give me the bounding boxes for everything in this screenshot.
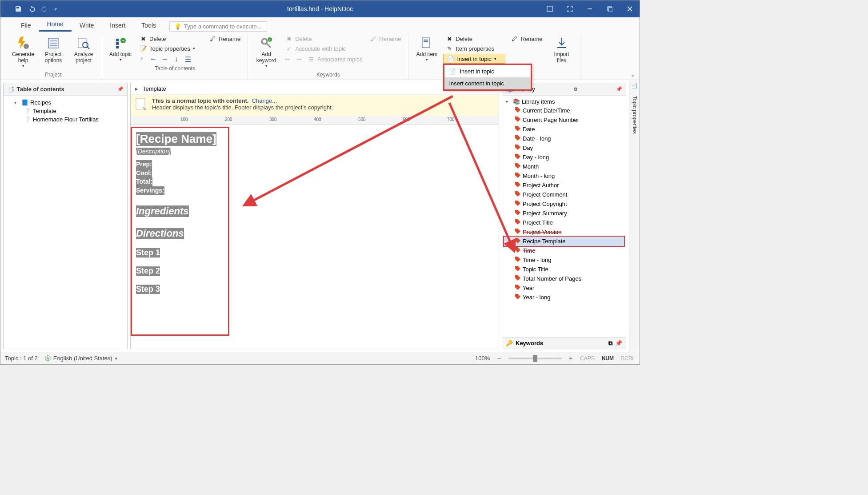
keyword-associate-button: ✓Associate with topic: [283, 44, 364, 53]
tab-write[interactable]: Write: [72, 19, 102, 32]
toc-move-down[interactable]: ↓: [172, 55, 181, 64]
tab-insert[interactable]: Insert: [102, 19, 133, 32]
toc-rename-button[interactable]: 🖊Rename: [206, 34, 243, 43]
toc-topic-properties-button[interactable]: 📝Topic properties ▾: [137, 44, 204, 53]
library-item[interactable]: Topic Title: [504, 265, 624, 274]
fullscreen-icon[interactable]: [560, 0, 580, 17]
command-search[interactable]: 💡 Type a command to execute...: [169, 21, 267, 32]
status-topic-count: Topic : 1 of 2: [5, 355, 38, 362]
redo-icon[interactable]: [41, 5, 48, 12]
toc-move-left[interactable]: ←: [148, 55, 158, 64]
keyword-rename-button: 🖊Rename: [367, 34, 404, 43]
banner-subtext: Header displays the topic's title. Foote…: [152, 104, 333, 111]
pin-icon[interactable]: 📌: [117, 86, 124, 92]
ruler[interactable]: 100200300400500600700: [131, 115, 499, 125]
toc-move-up[interactable]: ↑: [137, 55, 147, 64]
library-item[interactable]: Time: [504, 246, 624, 255]
generate-help-button[interactable]: Generate help▾: [9, 34, 37, 70]
library-item[interactable]: Project Summary: [504, 209, 624, 218]
pin-icon[interactable]: 📌: [616, 86, 622, 92]
toc-panel: 📑 Table of contents 📌 ▾📘Recipes ❔Templat…: [3, 83, 128, 349]
breadcrumb[interactable]: Template: [143, 85, 166, 92]
tag-icon: [515, 247, 521, 254]
toc-root[interactable]: ▾📘Recipes: [6, 98, 124, 107]
add-keyword-button[interactable]: + Add keyword▾: [252, 34, 280, 70]
save-icon[interactable]: [15, 5, 22, 12]
breadcrumb-caret-icon[interactable]: ▸: [135, 85, 138, 92]
num-indicator: NUM: [602, 355, 614, 362]
insert-in-topic-button[interactable]: 📄 Insert in topic ▾: [443, 54, 505, 64]
library-item[interactable]: Year - long: [504, 293, 624, 302]
svg-rect-1: [547, 6, 552, 12]
tag-icon: [515, 256, 521, 264]
library-item[interactable]: Year: [504, 283, 624, 293]
svg-rect-10: [78, 39, 86, 48]
status-language[interactable]: English (United States): [53, 355, 112, 362]
command-search-placeholder: Type a command to execute...: [184, 23, 261, 30]
library-item[interactable]: Project Author: [504, 181, 624, 190]
pencil-icon: ✎: [446, 45, 453, 52]
editor-page[interactable]: [Recipe Name] [Description] Prep: Cool: …: [131, 125, 499, 349]
library-item[interactable]: Date - long: [504, 134, 624, 143]
side-tab-icon[interactable]: 📑: [631, 83, 638, 89]
library-item[interactable]: Time - long: [504, 255, 624, 265]
toc-item-tortillas[interactable]: ❔Homemade Flour Tortillas: [6, 115, 124, 124]
restore-icon[interactable]: ⧉: [608, 340, 612, 347]
info-banner: This is a normal topic with content. Cha…: [131, 95, 499, 115]
library-root[interactable]: ▾📚Library items: [504, 97, 624, 106]
zoom-in-button[interactable]: +: [569, 354, 573, 362]
library-item[interactable]: Month: [504, 162, 624, 171]
project-options-button[interactable]: Project options: [40, 34, 67, 65]
side-tab-topic-properties[interactable]: Topic properties: [632, 93, 638, 137]
library-item[interactable]: Day - long: [504, 153, 624, 162]
zoom-out-button[interactable]: −: [497, 354, 501, 362]
library-item-properties-button[interactable]: ✎Item properties: [443, 44, 505, 53]
menu-insert-in-topic[interactable]: 📄Insert in topic: [444, 65, 531, 77]
svg-rect-13: [116, 39, 119, 41]
toc-delete-button[interactable]: ✖Delete: [137, 34, 204, 43]
add-topic-button[interactable]: + Add topic▾: [107, 34, 134, 64]
tab-home[interactable]: Home: [39, 18, 72, 32]
undo-icon[interactable]: [28, 5, 35, 12]
caps-indicator: CAPS: [580, 355, 595, 362]
focus-icon[interactable]: [540, 0, 560, 17]
change-link[interactable]: Change...: [252, 97, 277, 104]
titlebar: ▾ tortillas.hnd - HelpNDoc: [0, 0, 640, 17]
library-item[interactable]: Total Number of Pages: [504, 274, 624, 283]
properties-icon: 📝: [140, 45, 147, 52]
toc-list-button[interactable]: ☰: [183, 55, 193, 64]
library-item[interactable]: Project Copyright: [504, 199, 624, 209]
analyze-project-button[interactable]: Analyze project: [70, 34, 97, 65]
restore-icon[interactable]: ⧉: [574, 86, 577, 92]
zoom-slider[interactable]: [508, 358, 562, 359]
library-rename-button[interactable]: 🖊Rename: [508, 34, 545, 43]
toc-move-right[interactable]: →: [160, 55, 170, 64]
recipe-desc: [Description]: [136, 148, 171, 155]
library-item[interactable]: Current Date/Time: [504, 106, 624, 115]
library-item[interactable]: Current Page Number: [504, 115, 624, 125]
kw-move-right: →: [294, 55, 304, 64]
maximize-button[interactable]: [600, 0, 620, 17]
library-item[interactable]: Date: [504, 125, 624, 134]
pin-icon[interactable]: 📌: [615, 340, 622, 346]
toc-item-template[interactable]: ❔Template: [6, 107, 124, 115]
library-delete-button[interactable]: ✖Delete: [443, 34, 505, 43]
tag-icon: [515, 116, 521, 124]
library-item[interactable]: Month - long: [504, 171, 624, 181]
library-item[interactable]: Project Version: [504, 227, 624, 237]
tab-file[interactable]: File: [13, 19, 39, 32]
close-button[interactable]: [620, 0, 640, 17]
import-files-button[interactable]: Import files: [548, 34, 576, 65]
library-item[interactable]: Recipe Template: [504, 237, 624, 246]
menu-insert-content-in-topic[interactable]: Insert content in topic: [444, 77, 531, 89]
library-item[interactable]: Project Title: [504, 218, 624, 227]
keyword-delete-button: ✖Delete: [283, 34, 364, 43]
library-item[interactable]: Project Comment: [504, 190, 624, 199]
collapse-ribbon-icon[interactable]: ⌄: [631, 72, 635, 78]
add-item-button[interactable]: Add item▾: [413, 34, 440, 64]
tag-icon: [515, 107, 521, 114]
side-tabs: 📑 Topic properties: [629, 80, 640, 352]
minimize-button[interactable]: [580, 0, 600, 17]
library-item[interactable]: Day: [504, 143, 624, 153]
tab-tools[interactable]: Tools: [133, 19, 164, 32]
